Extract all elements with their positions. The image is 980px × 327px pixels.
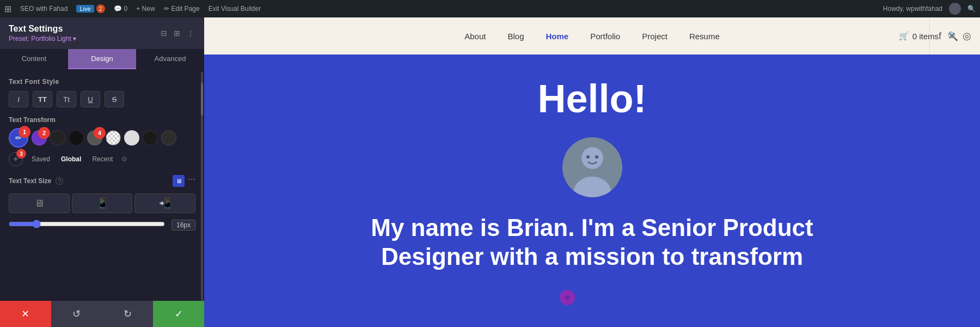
edit-page-label: Edit Page [171,5,200,13]
uppercase-btn[interactable]: TT [33,91,52,107]
device-row: 🖥 📱 📲 [9,193,195,213]
exit-builder-label: Exit Visual Builder [209,5,261,13]
svg-point-3 [586,155,590,159]
search-icon-admin[interactable]: 🔍 [967,5,976,13]
hero-body-text: My name is Brian. I'm a Senior Product D… [347,214,837,271]
purple-dot-inner [565,295,569,300]
social-icons-area: f ✕ ◎ [929,17,980,55]
nav-resume[interactable]: Resume [689,32,720,41]
panel-footer: ✕ ↺ ↻ ✓ [0,301,204,327]
live-item[interactable]: Live 2 [76,4,105,13]
live-badge: Live [76,5,94,13]
underline-btn[interactable]: U [81,91,100,107]
text-transform-label: Text Transform [9,116,195,124]
avatar-svg [562,137,622,197]
italic-btn[interactable]: I [9,91,28,107]
size-slider[interactable] [9,220,165,228]
help-icon[interactable]: ? [56,177,63,185]
color-picker-btn[interactable]: ✏ 1 [9,128,28,148]
undo-icon: ↺ [72,308,81,320]
cart-icon: 🛒 [899,31,909,41]
font-style-label: Text Font Style [9,78,195,86]
strikethrough-btn[interactable]: S [105,91,124,107]
site-nav: About Blog Home Portfolio Project Resume… [204,17,980,55]
site-name-item[interactable]: SEO with Fahad [20,5,68,13]
badge-4: 4 [94,127,106,139]
redo-btn[interactable]: ↻ [102,301,154,327]
exit-builder-item[interactable]: Exit Visual Builder [209,5,261,13]
size-more-options[interactable]: ⋯ [188,175,195,187]
color-swatch-dark1[interactable] [50,130,65,146]
new-item[interactable]: + New [136,5,155,13]
slider-value[interactable]: 16px [171,220,195,231]
facebook-icon[interactable]: f [939,31,941,42]
panel-content: Text Font Style I TT Tt U S Text Transfo… [0,69,204,301]
saved-tab[interactable]: Saved [29,154,52,164]
cancel-btn[interactable]: ✕ [0,301,51,327]
hero-avatar [562,137,622,197]
admin-bar-right: Howdy, wpwithfahad 🔍 [883,3,976,15]
panel-header-icons: ⊟ ⊞ ⋮ [160,28,195,39]
tab-content[interactable]: Content [0,49,68,69]
notif-count: 2 [96,4,105,13]
badge-3: 3 [16,149,26,159]
color-row: ✏ 1 2 4 [9,128,195,148]
new-label: + New [136,5,155,13]
comment-item[interactable]: 💬 0 [114,5,128,13]
color-swatch-black1[interactable] [143,130,158,146]
svg-point-4 [595,155,598,159]
tablet-btn[interactable]: 📱 [72,193,133,213]
right-content: About Blog Home Portfolio Project Resume… [204,17,980,327]
panel-scrollbar[interactable] [201,72,203,301]
purple-dot [560,290,575,305]
panel-header: Text Settings Preset: Portfolio Light ▾ … [0,17,204,49]
color-swatch-black2[interactable] [161,130,176,146]
preset-link[interactable]: Preset: Portfolio Light [9,35,71,43]
cancel-icon: ✕ [21,308,29,320]
nav-home[interactable]: Home [546,32,568,41]
nav-blog[interactable]: Blog [507,32,524,41]
nav-portfolio[interactable]: Portfolio [590,32,620,41]
color-settings-icon[interactable]: ⚙ [121,155,127,163]
more-options-icon[interactable]: ⋮ [186,28,195,39]
main-container: Text Settings Preset: Portfolio Light ▾ … [0,17,980,327]
svg-point-1 [581,147,603,169]
tab-advanced[interactable]: Advanced [136,49,204,69]
swatch-4-wrapper: 4 [87,130,102,146]
left-panel: Text Settings Preset: Portfolio Light ▾ … [0,17,204,327]
global-tab[interactable]: Global [59,154,83,164]
preset-dropdown-icon[interactable]: ▾ [73,35,76,43]
avatar-small [949,3,961,15]
slider-row: 16px [9,220,195,231]
color-swatch-dark2[interactable] [69,130,84,146]
minimize-icon[interactable]: ⊟ [160,28,168,39]
avatar-image [562,137,622,197]
text-size-row: Text Text Size ? 🖥 ⋯ [9,175,195,187]
edit-page-item[interactable]: ✏ Edit Page [164,5,200,13]
color-picker-wrapper: ✏ 1 [9,128,28,148]
confirm-btn[interactable]: ✓ [153,301,204,327]
undo-btn[interactable]: ↺ [51,301,102,327]
wp-logo-item[interactable]: ⊞ [4,4,11,14]
color-actions: + 3 Saved Global Recent ⚙ [9,152,195,166]
site-name-label: SEO with Fahad [20,5,68,13]
badge-2: 2 [38,127,50,139]
twitter-icon[interactable]: ✕ [948,30,956,42]
badge-1: 1 [19,126,30,138]
device-desktop-active[interactable]: 🖥 [173,175,185,187]
panel-subtitle: Preset: Portfolio Light ▾ [9,35,76,43]
expand-icon[interactable]: ⊞ [173,28,181,39]
instagram-icon[interactable]: ◎ [963,30,971,42]
mobile-btn[interactable]: 📲 [134,193,195,213]
desktop-btn[interactable]: 🖥 [9,193,70,213]
pencil-icon: ✏ [164,5,169,13]
capitalize-btn[interactable]: Tt [57,91,76,107]
tab-design[interactable]: Design [68,49,136,69]
recent-tab[interactable]: Recent [90,154,115,164]
panel-tabs: Content Design Advanced [0,49,204,69]
color-swatch-transparent[interactable] [106,130,121,146]
nav-about[interactable]: About [464,32,486,41]
confirm-icon: ✓ [175,308,183,320]
color-swatch-light[interactable] [124,130,139,146]
nav-project[interactable]: Project [642,32,667,41]
